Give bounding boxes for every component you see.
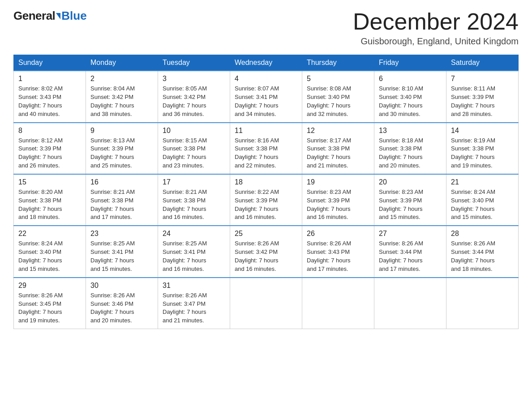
- day-info: Sunrise: 8:20 AM Sunset: 3:38 PM Dayligh…: [18, 188, 81, 222]
- day-info: Sunrise: 8:26 AM Sunset: 3:45 PM Dayligh…: [18, 291, 81, 325]
- table-row: 29 Sunrise: 8:26 AM Sunset: 3:45 PM Dayl…: [14, 278, 86, 329]
- page-header: General Blue December 2024 Guisborough, …: [13, 9, 519, 47]
- table-row: 6 Sunrise: 8:10 AM Sunset: 3:40 PM Dayli…: [374, 71, 446, 122]
- table-row: 9 Sunrise: 8:13 AM Sunset: 3:39 PM Dayli…: [86, 123, 158, 174]
- day-number: 6: [379, 75, 442, 83]
- day-info: Sunrise: 8:11 AM Sunset: 3:39 PM Dayligh…: [451, 85, 514, 118]
- table-row: 13 Sunrise: 8:18 AM Sunset: 3:38 PM Dayl…: [374, 123, 446, 174]
- day-info: Sunrise: 8:08 AM Sunset: 3:40 PM Dayligh…: [307, 85, 369, 118]
- day-number: 5: [307, 75, 369, 83]
- day-info: Sunrise: 8:23 AM Sunset: 3:39 PM Dayligh…: [379, 188, 442, 222]
- day-number: 9: [90, 127, 153, 135]
- day-number: 26: [307, 230, 369, 238]
- header-saturday: Saturday: [446, 55, 519, 71]
- table-row: 16 Sunrise: 8:21 AM Sunset: 3:38 PM Dayl…: [86, 174, 158, 226]
- table-row: 24 Sunrise: 8:25 AM Sunset: 3:41 PM Dayl…: [158, 226, 230, 277]
- day-info: Sunrise: 8:24 AM Sunset: 3:40 PM Dayligh…: [451, 188, 514, 222]
- day-info: Sunrise: 8:26 AM Sunset: 3:46 PM Dayligh…: [90, 291, 153, 325]
- title-section: December 2024 Guisborough, England, Unit…: [353, 9, 519, 47]
- table-row: [230, 278, 302, 329]
- calendar-header-row: Sunday Monday Tuesday Wednesday Thursday…: [14, 55, 519, 71]
- header-sunday: Sunday: [14, 55, 86, 71]
- day-number: 24: [163, 230, 225, 238]
- table-row: 7 Sunrise: 8:11 AM Sunset: 3:39 PM Dayli…: [446, 71, 519, 122]
- logo-text: General Blue: [13, 9, 87, 23]
- day-number: 20: [379, 178, 442, 186]
- day-info: Sunrise: 8:21 AM Sunset: 3:38 PM Dayligh…: [90, 188, 153, 222]
- day-info: Sunrise: 8:22 AM Sunset: 3:39 PM Dayligh…: [235, 188, 297, 222]
- day-number: 23: [90, 230, 153, 238]
- day-info: Sunrise: 8:13 AM Sunset: 3:39 PM Dayligh…: [90, 137, 153, 170]
- week-row-2: 8 Sunrise: 8:12 AM Sunset: 3:39 PM Dayli…: [14, 123, 519, 174]
- table-row: 17 Sunrise: 8:21 AM Sunset: 3:38 PM Dayl…: [158, 174, 230, 226]
- day-info: Sunrise: 8:10 AM Sunset: 3:40 PM Dayligh…: [379, 85, 442, 118]
- table-row: 20 Sunrise: 8:23 AM Sunset: 3:39 PM Dayl…: [374, 174, 446, 226]
- table-row: 3 Sunrise: 8:05 AM Sunset: 3:42 PM Dayli…: [158, 71, 230, 122]
- day-info: Sunrise: 8:26 AM Sunset: 3:42 PM Dayligh…: [235, 240, 297, 273]
- table-row: 23 Sunrise: 8:25 AM Sunset: 3:41 PM Dayl…: [86, 226, 158, 277]
- day-number: 12: [307, 127, 369, 135]
- table-row: 19 Sunrise: 8:23 AM Sunset: 3:39 PM Dayl…: [302, 174, 374, 226]
- table-row: 30 Sunrise: 8:26 AM Sunset: 3:46 PM Dayl…: [86, 278, 158, 329]
- day-info: Sunrise: 8:21 AM Sunset: 3:38 PM Dayligh…: [163, 188, 225, 222]
- day-info: Sunrise: 8:26 AM Sunset: 3:47 PM Dayligh…: [163, 291, 225, 325]
- table-row: 10 Sunrise: 8:15 AM Sunset: 3:38 PM Dayl…: [158, 123, 230, 174]
- table-row: [374, 278, 446, 329]
- table-row: 31 Sunrise: 8:26 AM Sunset: 3:47 PM Dayl…: [158, 278, 230, 329]
- day-number: 29: [18, 282, 81, 290]
- day-number: 28: [451, 230, 514, 238]
- day-number: 31: [163, 282, 225, 290]
- day-number: 15: [18, 178, 81, 186]
- table-row: 5 Sunrise: 8:08 AM Sunset: 3:40 PM Dayli…: [302, 71, 374, 122]
- table-row: [302, 278, 374, 329]
- week-row-4: 22 Sunrise: 8:24 AM Sunset: 3:40 PM Dayl…: [14, 226, 519, 277]
- table-row: 1 Sunrise: 8:02 AM Sunset: 3:43 PM Dayli…: [14, 71, 86, 122]
- header-tuesday: Tuesday: [158, 55, 230, 71]
- table-row: 18 Sunrise: 8:22 AM Sunset: 3:39 PM Dayl…: [230, 174, 302, 226]
- day-info: Sunrise: 8:25 AM Sunset: 3:41 PM Dayligh…: [163, 240, 225, 273]
- day-number: 19: [307, 178, 369, 186]
- location-text: Guisborough, England, United Kingdom: [353, 36, 519, 47]
- day-number: 14: [451, 127, 514, 135]
- day-info: Sunrise: 8:15 AM Sunset: 3:38 PM Dayligh…: [163, 137, 225, 170]
- day-info: Sunrise: 8:19 AM Sunset: 3:38 PM Dayligh…: [451, 137, 514, 170]
- day-info: Sunrise: 8:04 AM Sunset: 3:42 PM Dayligh…: [90, 85, 153, 118]
- day-number: 2: [90, 75, 153, 83]
- day-number: 18: [235, 178, 297, 186]
- day-info: Sunrise: 8:17 AM Sunset: 3:38 PM Dayligh…: [307, 137, 369, 170]
- week-row-1: 1 Sunrise: 8:02 AM Sunset: 3:43 PM Dayli…: [14, 71, 519, 122]
- day-number: 11: [235, 127, 297, 135]
- table-row: 25 Sunrise: 8:26 AM Sunset: 3:42 PM Dayl…: [230, 226, 302, 277]
- day-info: Sunrise: 8:07 AM Sunset: 3:41 PM Dayligh…: [235, 85, 297, 118]
- week-row-3: 15 Sunrise: 8:20 AM Sunset: 3:38 PM Dayl…: [14, 174, 519, 226]
- month-title: December 2024: [353, 9, 519, 34]
- day-number: 3: [163, 75, 225, 83]
- logo-triangle-icon: [56, 13, 60, 19]
- table-row: 26 Sunrise: 8:26 AM Sunset: 3:43 PM Dayl…: [302, 226, 374, 277]
- day-number: 22: [18, 230, 81, 238]
- day-number: 1: [18, 75, 81, 83]
- table-row: 2 Sunrise: 8:04 AM Sunset: 3:42 PM Dayli…: [86, 71, 158, 122]
- header-friday: Friday: [374, 55, 446, 71]
- day-info: Sunrise: 8:26 AM Sunset: 3:44 PM Dayligh…: [451, 240, 514, 273]
- table-row: 22 Sunrise: 8:24 AM Sunset: 3:40 PM Dayl…: [14, 226, 86, 277]
- day-info: Sunrise: 8:05 AM Sunset: 3:42 PM Dayligh…: [163, 85, 225, 118]
- day-number: 27: [379, 230, 442, 238]
- calendar-table: Sunday Monday Tuesday Wednesday Thursday…: [13, 55, 519, 329]
- day-number: 21: [451, 178, 514, 186]
- header-wednesday: Wednesday: [230, 55, 302, 71]
- day-number: 16: [90, 178, 153, 186]
- table-row: 21 Sunrise: 8:24 AM Sunset: 3:40 PM Dayl…: [446, 174, 519, 226]
- table-row: 28 Sunrise: 8:26 AM Sunset: 3:44 PM Dayl…: [446, 226, 519, 277]
- table-row: [446, 278, 519, 329]
- day-info: Sunrise: 8:16 AM Sunset: 3:38 PM Dayligh…: [235, 137, 297, 170]
- logo-blue-text: Blue: [61, 9, 86, 23]
- day-number: 8: [18, 127, 81, 135]
- header-monday: Monday: [86, 55, 158, 71]
- day-number: 4: [235, 75, 297, 83]
- day-info: Sunrise: 8:18 AM Sunset: 3:38 PM Dayligh…: [379, 137, 442, 170]
- day-info: Sunrise: 8:26 AM Sunset: 3:44 PM Dayligh…: [379, 240, 442, 273]
- logo: General Blue: [13, 9, 87, 23]
- day-number: 17: [163, 178, 225, 186]
- day-info: Sunrise: 8:25 AM Sunset: 3:41 PM Dayligh…: [90, 240, 153, 273]
